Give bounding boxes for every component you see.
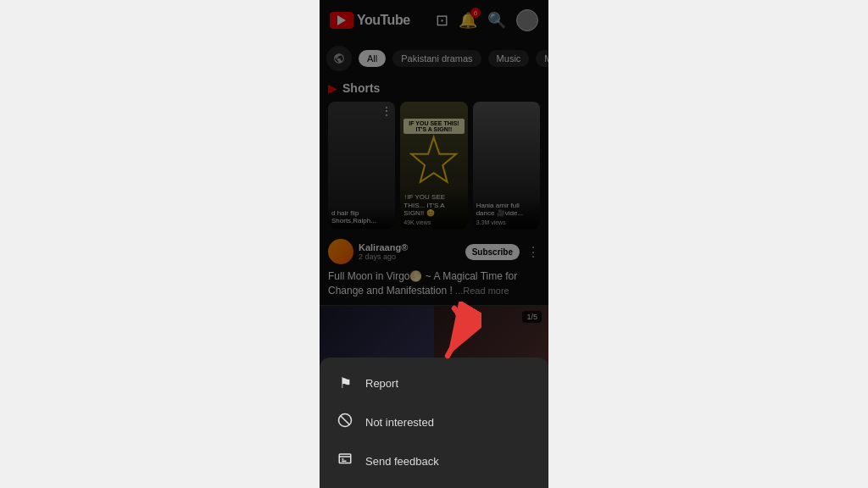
menu-item-report[interactable]: ⚑ Report: [320, 364, 548, 402]
not-interested-icon: [337, 413, 353, 431]
send-feedback-icon: [337, 452, 353, 471]
report-label: Report: [365, 377, 398, 390]
bottom-menu: ⚑ Report Not interested Send fee: [320, 358, 548, 488]
red-arrow: [414, 302, 481, 369]
send-feedback-label: Send feedback: [365, 455, 439, 468]
svg-line-3: [341, 416, 350, 425]
not-interested-label: Not interested: [365, 416, 434, 429]
menu-item-not-interested[interactable]: Not interested: [320, 402, 548, 441]
menu-item-send-feedback[interactable]: Send feedback: [320, 441, 548, 481]
report-icon: ⚑: [337, 374, 353, 392]
